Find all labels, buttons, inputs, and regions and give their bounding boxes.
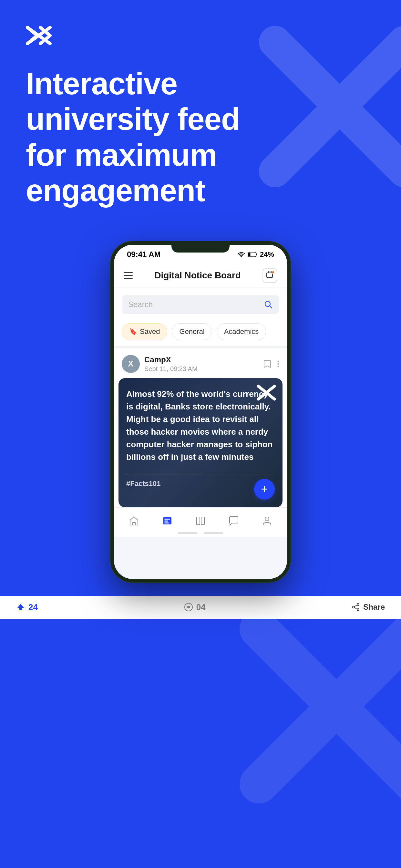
notification-button[interactable] (263, 268, 277, 283)
svg-rect-10 (164, 519, 170, 520)
feed-icon (162, 516, 173, 526)
header-section: Interactive university feed for maximum … (0, 0, 401, 221)
phone-container: 09:41 AM 24% (0, 241, 401, 596)
svg-rect-1 (256, 253, 257, 255)
svg-point-7 (278, 363, 279, 365)
post-author: CampX (144, 355, 258, 364)
svg-point-20 (357, 609, 359, 611)
saved-icon: 🔖 (129, 328, 137, 336)
chip-general-label: General (179, 328, 204, 336)
post-content: Almost 92% of the world's currency is di… (119, 378, 282, 469)
svg-point-6 (278, 361, 279, 362)
svg-rect-13 (197, 517, 200, 525)
search-icon (264, 300, 273, 309)
svg-point-4 (268, 273, 269, 273)
bottom-nav (114, 507, 287, 537)
avatar: X (122, 355, 140, 373)
app-content: Search 🔖 Saved General (114, 288, 287, 579)
chip-saved-label: Saved (140, 328, 160, 336)
post-card: X CampX Sept 11, 09:23 AM (114, 348, 287, 507)
chip-academics[interactable]: Academics (217, 323, 266, 340)
nav-item-chat[interactable] (223, 513, 244, 529)
filter-chips: 🔖 Saved General Academics (114, 319, 287, 346)
post-image-container: Almost 92% of the world's currency is di… (119, 378, 282, 507)
nav-active-bar (114, 532, 287, 537)
phone-outer: 09:41 AM 24% (110, 241, 291, 583)
phone-notch (172, 241, 229, 252)
search-placeholder: Search (128, 300, 260, 309)
chip-saved[interactable]: 🔖 Saved (122, 323, 167, 340)
wifi-icon (237, 252, 245, 257)
share-button[interactable]: Share (351, 602, 385, 612)
upvotes-count: 24 (28, 602, 38, 612)
svg-rect-3 (267, 273, 273, 277)
post-header: X CampX Sept 11, 09:23 AM (114, 348, 287, 378)
upvote-icon (16, 602, 25, 612)
nav-item-profile[interactable] (256, 513, 278, 529)
share-label: Share (363, 602, 385, 612)
profile-icon (261, 516, 273, 526)
svg-point-19 (352, 606, 354, 608)
upvotes-stat: 24 (16, 602, 38, 612)
nav-item-home[interactable] (123, 513, 145, 529)
search-bar[interactable]: Search (122, 295, 279, 314)
status-time: 09:41 AM (127, 250, 160, 259)
hamburger-menu[interactable] (124, 272, 133, 279)
nav-item-feed[interactable] (157, 513, 178, 529)
nav-pill-2 (204, 532, 223, 534)
bottom-stats: 24 04 Share (0, 596, 401, 619)
nav-item-library[interactable] (190, 513, 211, 529)
svg-point-18 (357, 603, 359, 606)
svg-rect-14 (201, 517, 204, 525)
chip-academics-label: Academics (224, 328, 259, 336)
notification-dot (272, 271, 275, 274)
share-icon (351, 603, 360, 611)
post-actions (263, 360, 279, 368)
svg-point-17 (187, 606, 190, 609)
battery-icon (248, 252, 257, 257)
app-title: Digital Notice Board (154, 270, 241, 281)
svg-point-8 (278, 366, 279, 367)
post-time: Sept 11, 09:23 AM (144, 365, 258, 373)
svg-point-15 (265, 517, 269, 521)
post-meta: CampX Sept 11, 09:23 AM (144, 355, 258, 373)
fab-button[interactable]: + (254, 479, 275, 500)
nav-pill-1 (178, 532, 197, 534)
chat-icon (228, 516, 239, 526)
comments-stat: 04 (184, 602, 206, 612)
bookmark-post-icon[interactable] (263, 360, 272, 368)
status-icons: 24% (237, 250, 274, 259)
svg-rect-11 (164, 521, 168, 522)
comment-icon (184, 602, 193, 612)
svg-rect-2 (248, 252, 250, 256)
comments-count: 04 (196, 602, 206, 612)
app-header: Digital Notice Board (114, 261, 287, 288)
more-options-icon[interactable] (277, 360, 279, 368)
headline: Interactive university feed for maximum … (26, 66, 252, 209)
svg-rect-12 (164, 523, 169, 523)
phone-screen: 09:41 AM 24% (114, 245, 287, 579)
battery-percent: 24% (260, 250, 274, 259)
app-logo (26, 26, 52, 45)
home-icon (128, 516, 140, 526)
library-icon (195, 516, 206, 526)
search-container: Search (114, 288, 287, 319)
chip-general[interactable]: General (172, 323, 212, 340)
feed-divider (114, 346, 287, 348)
